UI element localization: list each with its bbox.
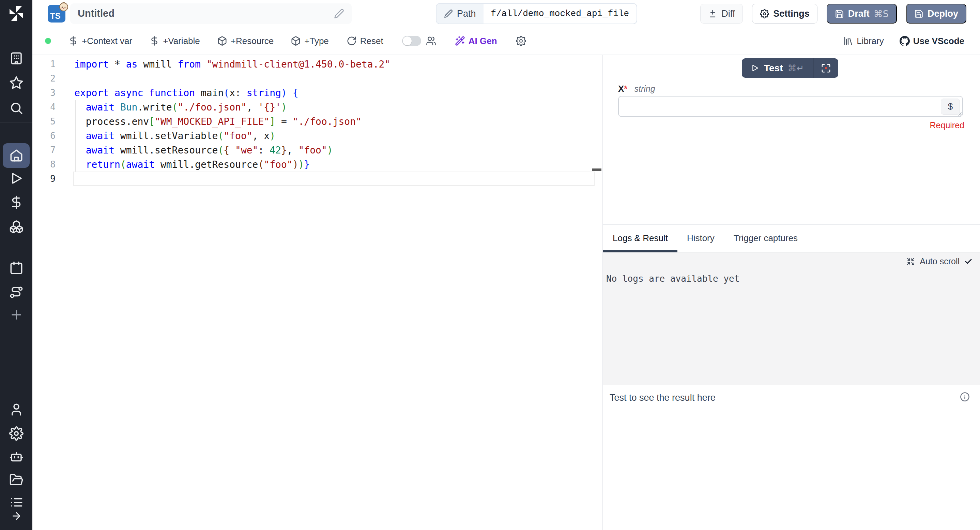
sidebar-divider: [0, 122, 32, 123]
line-number: 6: [32, 131, 73, 141]
package-icon: [291, 36, 301, 46]
add-plus-icon[interactable]: [0, 308, 32, 322]
line-number: 8: [32, 159, 73, 169]
path-pencil-icon: [444, 9, 453, 18]
code-line[interactable]: 5 process.env["WM_MOCKED_API_FILE"] = ".…: [32, 114, 603, 129]
search-icon[interactable]: [0, 101, 32, 115]
code-line[interactable]: 2: [32, 71, 603, 86]
schedules-calendar-icon[interactable]: [0, 261, 32, 275]
path-field[interactable]: Path f/all/demo_mocked_api_file: [436, 3, 637, 24]
draft-shortcut: ⌘S: [874, 8, 889, 19]
logs-empty-message: No logs are available yet: [606, 273, 740, 284]
path-label-segment[interactable]: Path: [436, 4, 484, 24]
code-line[interactable]: 8 return(await wmill.getResource("foo"))…: [32, 157, 603, 172]
info-icon[interactable]: [960, 392, 970, 402]
capture-test-button[interactable]: [813, 58, 838, 78]
line-number: 1: [32, 59, 73, 69]
path-value[interactable]: f/all/demo_mocked_api_file: [484, 4, 637, 24]
deploy-button[interactable]: Deploy: [906, 4, 966, 24]
ai-gen-button[interactable]: AI Gen: [455, 36, 497, 46]
expand-icon: [907, 257, 915, 266]
test-shortcut: ⌘↵: [788, 63, 804, 73]
line-number: 7: [32, 145, 73, 155]
reset-button[interactable]: Reset: [347, 36, 383, 46]
ai-bot-icon[interactable]: [0, 450, 32, 464]
check-icon: [964, 257, 972, 266]
logs-list-icon[interactable]: [0, 495, 32, 509]
resources-boxes-icon[interactable]: [0, 220, 32, 234]
draft-button[interactable]: Draft ⌘S: [827, 4, 897, 24]
home-icon[interactable]: [0, 148, 32, 163]
diff-button[interactable]: Diff: [700, 4, 743, 24]
refresh-icon: [347, 36, 357, 46]
diff-icon: [708, 9, 717, 18]
editor-toolbar: +Context var +Variable +Resource +Type R…: [32, 27, 980, 55]
variables-dollar-icon[interactable]: [0, 195, 32, 209]
add-context-var-button[interactable]: +Context var: [68, 36, 132, 46]
script-title-pill[interactable]: Untitled: [70, 3, 352, 24]
code-editor[interactable]: 1import * as wmill from "windmill-client…: [32, 55, 603, 530]
script-title: Untitled: [78, 8, 115, 19]
line-number: 5: [32, 116, 73, 126]
library-button[interactable]: Library: [843, 36, 884, 46]
code-line[interactable]: 3export async function main(x: string) {: [32, 86, 603, 100]
folders-icon[interactable]: [0, 473, 32, 487]
test-button-group: Test ⌘↵: [742, 58, 838, 78]
edit-title-pencil-icon[interactable]: [334, 8, 344, 19]
wand-icon: [455, 36, 465, 46]
resize-grip[interactable]: [956, 110, 962, 116]
settings-button[interactable]: Settings: [752, 4, 818, 24]
add-variable-button[interactable]: +Variable: [149, 36, 200, 46]
use-vscode-button[interactable]: Use VScode: [900, 36, 964, 46]
test-button[interactable]: Test ⌘↵: [742, 58, 813, 78]
status-dot: [45, 38, 51, 44]
viewfinder-record-icon: [821, 63, 831, 73]
workspace-icon[interactable]: [0, 51, 32, 65]
play-icon: [751, 64, 759, 72]
windmill-logo-icon[interactable]: [8, 5, 24, 22]
result-placeholder: Test to see the result here: [609, 393, 716, 403]
string-input-wrapper: $: [618, 96, 963, 117]
editor-settings-gear-icon[interactable]: [516, 36, 526, 46]
auto-scroll-toggle[interactable]: Auto scroll: [907, 257, 972, 267]
overview-ruler-cursor-mark: [592, 169, 601, 171]
code-text: return(await wmill.getResource("foo"))}: [73, 159, 310, 170]
tab-trigger-captures[interactable]: Trigger captures: [724, 225, 807, 252]
settings-gear-icon[interactable]: [0, 426, 32, 441]
tab-logs-result[interactable]: Logs & Result: [603, 225, 678, 252]
runs-play-icon[interactable]: [0, 171, 32, 185]
run-panel: Test ⌘↵ X* string $ Required Logs & Resu…: [603, 55, 980, 530]
result-panel: Test to see the result here: [603, 385, 980, 530]
field-type: string: [634, 84, 655, 94]
code-text: import * as wmill from "windmill-client@…: [73, 59, 390, 70]
required-message: Required: [930, 120, 964, 130]
user-icon[interactable]: [0, 402, 32, 417]
expand-arrow-icon[interactable]: [0, 510, 32, 522]
path-label: Path: [457, 8, 476, 19]
string-input[interactable]: [619, 96, 962, 116]
code-line[interactable]: 9: [32, 172, 603, 186]
diff-mode-toggle[interactable]: [402, 36, 421, 46]
code-line[interactable]: 4 await Bun.write("./foo.json", '{}'): [32, 100, 603, 114]
favorites-star-icon[interactable]: [0, 76, 32, 90]
save-icon: [914, 9, 923, 18]
collaborators-icon[interactable]: [426, 36, 436, 46]
dollar-icon: [68, 36, 78, 46]
code-line[interactable]: 1import * as wmill from "windmill-client…: [32, 57, 603, 71]
add-type-button[interactable]: +Type: [291, 36, 329, 46]
code-text: await Bun.write("./foo.json", '{}'): [73, 102, 287, 113]
add-resource-button[interactable]: +Resource: [217, 36, 274, 46]
save-icon: [835, 9, 844, 18]
result-tabs: Logs & ResultHistoryTrigger captures: [603, 224, 980, 252]
flows-route-icon[interactable]: [0, 285, 32, 299]
app-sidebar: [0, 0, 32, 530]
tab-history[interactable]: History: [678, 225, 724, 252]
dollar-icon: [149, 36, 159, 46]
package-icon: [217, 36, 227, 46]
argument-label-row: X* string: [618, 83, 655, 94]
code-line[interactable]: 7 await wmill.setResource({ "we": 42}, "…: [32, 143, 603, 157]
line-number: 2: [32, 73, 73, 83]
code-lines: 1import * as wmill from "windmill-client…: [32, 57, 603, 186]
code-line[interactable]: 6 await wmill.setVariable("foo", x): [32, 129, 603, 143]
logs-panel: Auto scroll No logs are available yet: [603, 252, 980, 385]
